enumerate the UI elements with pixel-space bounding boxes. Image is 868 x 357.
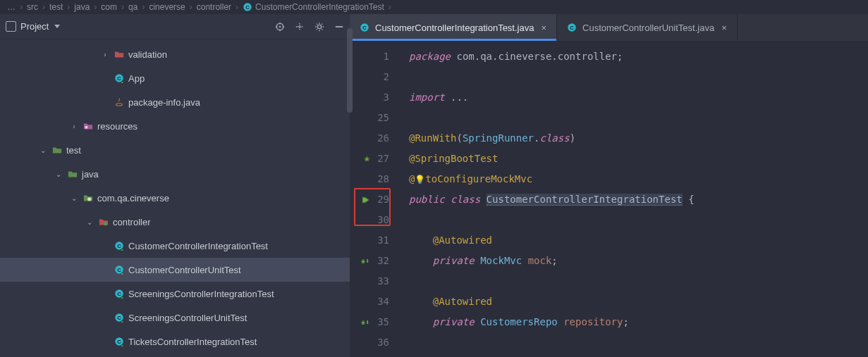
svg-text:C: C bbox=[117, 339, 121, 345]
breadcrumb-segment[interactable]: controller bbox=[197, 2, 231, 12]
gear-icon[interactable] bbox=[314, 22, 324, 32]
file-icon bbox=[66, 169, 79, 179]
file-icon bbox=[51, 145, 63, 155]
gutter-row[interactable]: 2 bbox=[350, 67, 396, 87]
tree-item-label: java bbox=[82, 169, 99, 180]
breadcrumb-segment[interactable]: C CustomerControllerIntegrationTest bbox=[243, 2, 384, 12]
tree-item-label: TicketsControllerIntegrationTest bbox=[128, 337, 257, 347]
project-icon bbox=[6, 21, 16, 32]
svg-point-16 bbox=[104, 222, 107, 225]
tab-label: CustomerControllerIntegrationTest.java bbox=[375, 23, 534, 33]
gutter-row[interactable]: 28 bbox=[350, 169, 396, 189]
gutter-row[interactable]: ❀⬇32 bbox=[350, 251, 396, 271]
tree-item[interactable]: CScreeningsControllerIntegrationTest bbox=[0, 282, 350, 306]
editor-tab[interactable]: CCustomerControllerIntegrationTest.java× bbox=[350, 14, 557, 41]
vertical-scrollbar[interactable] bbox=[347, 28, 353, 113]
tree-item[interactable]: ⌄com.qa.cineverse bbox=[0, 186, 350, 210]
gutter-row[interactable]: ❀27⊟ bbox=[350, 149, 396, 169]
file-icon bbox=[97, 217, 110, 227]
gutter-row[interactable]: 1 bbox=[350, 46, 396, 67]
tree-item-label: CustomerControllerIntegrationTest bbox=[128, 241, 268, 251]
tree-arrow-icon[interactable]: › bbox=[69, 123, 79, 130]
tree-item-label: validation bbox=[128, 49, 167, 60]
gutter-row[interactable]: 33 bbox=[350, 271, 396, 292]
line-number: 27 bbox=[374, 149, 389, 169]
file-icon bbox=[113, 49, 126, 59]
gutter[interactable]: 123⊟2526❀27⊟2829⊟3031❀⬇323334❀⬇3536 bbox=[350, 41, 396, 357]
class-icon: C bbox=[567, 23, 577, 32]
spring-leaf-icon[interactable]: ❀ bbox=[365, 149, 369, 169]
intention-bulb-icon[interactable]: 💡 bbox=[415, 175, 425, 184]
tree-item[interactable]: ⌄test bbox=[0, 138, 350, 162]
gutter-row[interactable]: 36 bbox=[350, 332, 396, 353]
file-icon: C bbox=[113, 289, 126, 299]
tree-arrow-icon[interactable]: ⌄ bbox=[38, 146, 48, 154]
sidebar-tools bbox=[275, 22, 344, 32]
tree-arrow-icon[interactable]: ⌄ bbox=[54, 170, 63, 178]
select-opened-file-icon[interactable] bbox=[275, 22, 285, 32]
svg-text:C: C bbox=[570, 25, 574, 31]
line-number: 3 bbox=[374, 87, 389, 108]
svg-text:C: C bbox=[362, 25, 367, 31]
class-icon: C bbox=[243, 2, 252, 12]
editor-body: 123⊟2526❀27⊟2829⊟3031❀⬇323334❀⬇3536 pack… bbox=[350, 41, 868, 357]
code-editor[interactable]: package com.qa.cineverse.controller; imp… bbox=[396, 41, 868, 357]
breadcrumb-segment[interactable]: src bbox=[27, 2, 38, 12]
class-icon: C bbox=[360, 23, 369, 32]
project-dropdown[interactable]: Project bbox=[6, 21, 60, 32]
sidebar-title-label: Project bbox=[20, 21, 49, 32]
tree-arrow-icon[interactable]: ⌄ bbox=[69, 194, 79, 202]
svg-text:C: C bbox=[117, 315, 121, 321]
tree-item[interactable]: CCustomerControllerIntegrationTest bbox=[0, 234, 350, 258]
gutter-row[interactable]: 34 bbox=[350, 292, 396, 312]
chevron-down-icon bbox=[54, 25, 60, 28]
file-icon bbox=[113, 97, 126, 107]
svg-text:C: C bbox=[117, 267, 121, 273]
close-icon[interactable]: × bbox=[541, 23, 546, 33]
tree-arrow-icon[interactable]: ⌄ bbox=[85, 218, 94, 226]
svg-rect-14 bbox=[85, 126, 88, 129]
gutter-row[interactable]: 25 bbox=[350, 108, 396, 128]
breadcrumb-segment[interactable]: java bbox=[74, 2, 90, 12]
breadcrumb-segment[interactable]: com bbox=[101, 2, 117, 12]
svg-text:C: C bbox=[117, 75, 121, 82]
line-number: 31 bbox=[374, 230, 389, 251]
tree-item[interactable]: package-info.java bbox=[0, 90, 350, 114]
breadcrumb-segment[interactable]: test bbox=[49, 2, 63, 12]
tree-item-label: ScreeningsControllerUnitTest bbox=[128, 313, 247, 323]
editor-tab[interactable]: CCustomerControllerUnitTest.java× bbox=[557, 14, 738, 41]
breadcrumb-segment[interactable]: qa bbox=[128, 2, 137, 12]
gutter-row[interactable]: 3⊟ bbox=[350, 87, 396, 108]
tree-arrow-icon[interactable]: › bbox=[100, 51, 110, 58]
breadcrumb-segment[interactable]: cineverse bbox=[149, 2, 185, 12]
tree-item-label: App bbox=[128, 73, 145, 84]
tree-item-label: package-info.java bbox=[128, 97, 200, 108]
tree-item[interactable]: ⌄java bbox=[0, 162, 350, 186]
gutter-row[interactable]: 31 bbox=[350, 230, 396, 251]
line-number: 35 bbox=[374, 312, 389, 332]
line-number: 28 bbox=[374, 169, 389, 189]
file-icon: C bbox=[113, 73, 126, 83]
tree-item[interactable]: CApp bbox=[0, 66, 350, 90]
file-icon: C bbox=[113, 337, 126, 346]
expand-all-icon[interactable] bbox=[295, 22, 305, 32]
file-icon: C bbox=[113, 241, 126, 251]
tree-item[interactable]: ›resources bbox=[0, 114, 350, 138]
tree-item[interactable]: ⌄controller bbox=[0, 210, 350, 234]
line-number: 36 bbox=[374, 332, 389, 353]
editor-tabs: CCustomerControllerIntegrationTest.java×… bbox=[350, 14, 868, 41]
gutter-row[interactable]: 26 bbox=[350, 128, 396, 149]
tree-item[interactable]: CScreeningsControllerUnitTest bbox=[0, 306, 350, 330]
file-icon bbox=[82, 121, 94, 131]
bean-nav-icon[interactable]: ❀⬇ bbox=[361, 251, 369, 271]
project-tree[interactable]: ›validationCApppackage-info.java›resourc… bbox=[0, 39, 350, 357]
tree-item[interactable]: CCustomerControllerUnitTest bbox=[0, 258, 350, 282]
collapse-icon[interactable] bbox=[334, 22, 344, 32]
bean-nav-icon[interactable]: ❀⬇ bbox=[361, 312, 369, 332]
close-icon[interactable]: × bbox=[721, 23, 727, 33]
tree-item[interactable]: CTicketsControllerIntegrationTest bbox=[0, 330, 350, 353]
line-number: 34 bbox=[374, 292, 389, 312]
tree-item-label: ScreeningsControllerIntegrationTest bbox=[128, 289, 274, 299]
tree-item[interactable]: ›validation bbox=[0, 42, 350, 66]
gutter-row[interactable]: ❀⬇35 bbox=[350, 312, 396, 332]
